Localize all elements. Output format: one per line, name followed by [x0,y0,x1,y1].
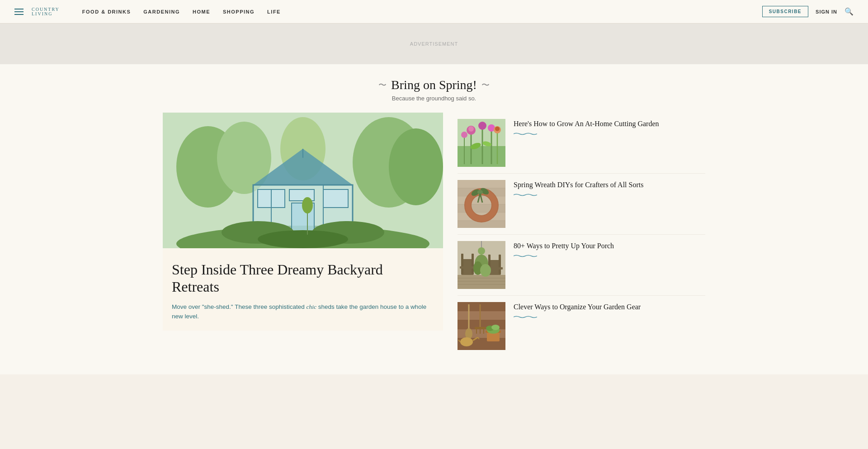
svg-rect-81 [475,327,486,329]
wavy-underline-1 [514,132,537,135]
feature-title[interactable]: Step Inside Three Dreamy Backyard Retrea… [172,261,429,296]
sidebar-content-spring-wreath: Spring Wreath DIYs for Crafters of All S… [514,180,705,196]
sidebar-item-cutting-garden[interactable]: Here's How to Grow An At-Home Cutting Ga… [458,113,705,174]
nav-links: FOOD & DRINKS GARDENING HOME SHOPPING LI… [82,9,281,14]
feature-desc-start: Move over "she-shed." These three sophis… [172,303,307,310]
sidebar-content-pretty-porch: 80+ Ways to Pretty Up Your Porch [514,241,705,257]
nav-gardening[interactable]: GARDENING [143,9,180,14]
sidebar-item-title-cutting-garden: Here's How to Grow An At-Home Cutting Ga… [514,119,705,129]
sidebar-thumb-spring-wreath [458,180,505,228]
pretty-porch-image [458,241,505,289]
svg-point-89 [491,325,500,330]
svg-rect-61 [460,266,476,269]
main-feature: Step Inside Three Dreamy Backyard Retrea… [163,113,443,356]
nav-shopping[interactable]: SHOPPING [223,9,255,14]
navbar: Country Living FOOD & DRINKS GARDENING H… [0,0,868,24]
wavy-underline-2 [514,194,537,196]
spring-wreath-image [458,180,505,228]
sidebar-item-title-spring-wreath: Spring Wreath DIYs for Crafters of All S… [514,180,705,190]
svg-rect-64 [499,255,501,274]
svg-rect-39 [458,180,505,188]
svg-point-35 [495,127,500,131]
section-deco-right: 〜 [481,80,490,90]
ad-placeholder-text: ADVERTISEMENT [410,41,458,47]
sidebar-thumb-garden-gear [458,302,505,350]
sign-in-button[interactable]: SIGN IN [816,9,837,14]
svg-point-70 [478,247,485,255]
search-icon[interactable]: 🔍 [844,7,854,16]
logo-line1: Country [32,7,60,12]
svg-rect-59 [461,254,463,274]
feature-desc-italic: chic [307,303,317,310]
nav-life[interactable]: LIFE [267,9,281,14]
logo-line2: Living [32,12,60,16]
sidebar-item-spring-wreath[interactable]: Spring Wreath DIYs for Crafters of All S… [458,174,705,235]
svg-point-68 [480,264,491,277]
sidebar-content-cutting-garden: Here's How to Grow An At-Home Cutting Ga… [514,119,705,135]
feature-caption: Step Inside Three Dreamy Backyard Retrea… [163,248,443,331]
section-deco-left: 〜 [378,80,387,90]
garden-gear-image [458,302,505,350]
feature-image [163,113,443,248]
svg-rect-60 [472,254,474,274]
svg-rect-73 [458,302,505,311]
section-header: 〜 Bring on Spring! 〜 Because the groundh… [0,78,868,102]
greenhouse-illustration [163,113,443,248]
nav-food-drinks[interactable]: FOOD & DRINKS [82,9,131,14]
sidebar-item-garden-gear[interactable]: Clever Ways to Organize Your Garden Gear [458,296,705,356]
svg-point-90 [460,337,473,346]
wavy-underline-4 [514,316,537,318]
content-grid: Step Inside Three Dreamy Backyard Retrea… [154,113,714,356]
nav-left: Country Living FOOD & DRINKS GARDENING H… [14,7,281,16]
section-title-wrapper: 〜 Bring on Spring! 〜 [0,78,868,92]
svg-point-32 [461,132,467,138]
svg-rect-74 [458,311,505,320]
feature-description: Move over "she-shed." These three sophis… [172,302,429,321]
svg-point-28 [478,122,486,130]
svg-point-4 [389,128,443,205]
section-subtitle: Because the groundhog said so. [0,95,868,102]
main-content: 〜 Bring on Spring! 〜 Because the groundh… [0,64,868,374]
nav-right: SUBSCRIBE SIGN IN 🔍 [762,6,854,17]
section-title: Bring on Spring! [391,78,477,92]
wavy-underline-3 [514,255,537,257]
hamburger-menu[interactable] [14,9,24,15]
sidebar-item-title-garden-gear: Clever Ways to Organize Your Garden Gear [514,302,705,312]
subscribe-button[interactable]: SUBSCRIBE [762,6,808,17]
svg-rect-54 [458,275,505,289]
sidebar-item-title-pretty-porch: 80+ Ways to Pretty Up Your Porch [514,241,705,251]
sidebar-thumb-cutting-garden [458,119,505,167]
sidebar-thumb-pretty-porch [458,241,505,289]
svg-point-18 [258,230,348,248]
sidebar: Here's How to Grow An At-Home Cutting Ga… [443,113,705,356]
ad-banner: ADVERTISEMENT [0,24,868,64]
svg-point-20 [302,197,313,213]
cutting-garden-image [458,119,505,167]
sidebar-content-garden-gear: Clever Ways to Organize Your Garden Gear [514,302,705,318]
sidebar-item-pretty-porch[interactable]: 80+ Ways to Pretty Up Your Porch [458,235,705,296]
svg-point-26 [468,126,474,132]
svg-rect-13 [323,189,348,208]
nav-home[interactable]: HOME [193,9,210,14]
site-logo[interactable]: Country Living [32,7,60,16]
